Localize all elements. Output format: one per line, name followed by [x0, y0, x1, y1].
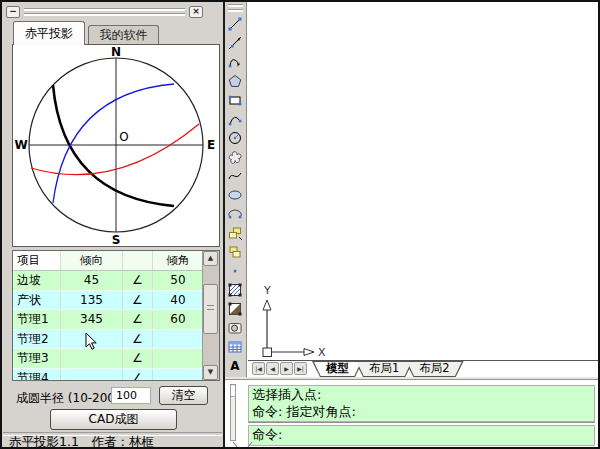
titlebar-grip[interactable] [24, 8, 185, 16]
scroll-down-icon: ▼ [208, 368, 213, 376]
first-tab-button[interactable]: |◀ [252, 362, 265, 375]
command-splitter[interactable] [248, 422, 595, 423]
header-item: 项目 [13, 251, 61, 270]
header-dip-direction: 倾向 [61, 251, 123, 270]
table-row: 节理4 ∠ [13, 369, 219, 382]
dip-angle-cell[interactable] [153, 369, 203, 382]
center-label: O [119, 130, 128, 144]
command-corner-marks [231, 442, 253, 449]
dip-direction-cell[interactable]: 45 [61, 271, 123, 290]
rectangle-icon[interactable] [225, 90, 245, 109]
tab-model-label: 模型 [326, 361, 349, 375]
tab-nav-buttons: |◀ ◀ ▶ ▶| [252, 362, 308, 375]
command-window: 选择插入点: 命令: 指定对角点: 命令: [225, 377, 598, 447]
hatch-icon[interactable] [225, 280, 245, 299]
angle-symbol: ∠ [123, 330, 153, 349]
cad-plot-button[interactable]: CAD成图 [50, 409, 177, 430]
clear-button[interactable]: 清空 [159, 386, 208, 405]
table-row: 节理3 ∠ [13, 349, 219, 369]
east-label: E [207, 138, 215, 152]
tab-label: 我的软件 [100, 28, 148, 42]
command-scrollbar[interactable] [230, 384, 236, 441]
circle-icon[interactable] [225, 128, 245, 147]
orientation-table: 项目 倾向 倾角 边坡 45 ∠ 50 产状 135 ∠ 40 节理1 345 … [12, 250, 220, 381]
polygon-icon[interactable] [225, 71, 245, 90]
tab-model[interactable]: 模型 [312, 361, 363, 377]
row-item-label: 产状 [13, 291, 61, 310]
point-icon[interactable] [225, 261, 245, 280]
last-tab-button[interactable]: ▶| [294, 362, 307, 375]
gradient-icon[interactable] [225, 299, 245, 318]
dip-angle-cell[interactable]: 50 [153, 271, 203, 290]
angle-symbol: ∠ [123, 271, 153, 290]
dip-direction-cell[interactable]: 345 [61, 310, 123, 329]
draw-toolbar: A [225, 2, 247, 377]
spline-icon[interactable] [225, 166, 245, 185]
row-item-label: 节理2 [13, 330, 61, 349]
table-row: 边坡 45 ∠ 50 [13, 271, 219, 291]
palette-titlebar[interactable]: − × [6, 5, 203, 18]
prev-tab-icon: ◀ [270, 365, 275, 372]
mtext-glyph: A [230, 359, 239, 373]
table-scrollbar[interactable]: ▲ ▼ [202, 251, 219, 380]
row-item-label: 节理4 [13, 369, 61, 382]
radius-label: 成圆半径 (10-200) [16, 390, 120, 407]
construction-line-icon[interactable] [225, 33, 245, 52]
region-icon[interactable] [225, 318, 245, 337]
dip-direction-cell[interactable] [61, 369, 123, 382]
app-window: − × 赤平投影 我的软件 N S W E O [0, 0, 600, 449]
make-block-icon[interactable] [225, 242, 245, 261]
tab-layout1[interactable]: 布局1 [355, 361, 413, 377]
command-input-line[interactable]: 命令: [248, 425, 595, 446]
row-item-label: 节理3 [13, 349, 61, 368]
dip-direction-cell[interactable]: 135 [61, 291, 123, 310]
polyline-icon[interactable] [225, 52, 245, 71]
angle-symbol: ∠ [123, 291, 153, 310]
command-prompt-text: 命令: [249, 426, 594, 443]
header-spacer [123, 251, 153, 270]
line-icon[interactable] [225, 14, 245, 33]
arc-icon[interactable] [225, 109, 245, 128]
minimize-icon: − [9, 6, 17, 16]
stereonet-svg: N S W E O [13, 45, 219, 246]
close-button[interactable]: × [189, 6, 203, 18]
row-item-label: 边坡 [13, 271, 61, 290]
dip-angle-cell[interactable] [153, 349, 203, 368]
dip-direction-cell[interactable] [61, 349, 123, 368]
west-label: W [14, 138, 27, 152]
insert-block-icon[interactable] [225, 223, 245, 242]
minimize-button[interactable]: − [6, 6, 20, 18]
table-icon[interactable] [225, 337, 245, 356]
tab-my-software[interactable]: 我的软件 [88, 25, 159, 45]
command-history-line: 命令: 指定对角点: [249, 403, 594, 420]
ucs-y-label: Y [263, 284, 271, 297]
next-tab-button[interactable]: ▶ [280, 362, 293, 375]
multiline-text-icon[interactable]: A [225, 356, 245, 375]
north-label: N [111, 45, 121, 59]
scrollbar-thumb[interactable] [203, 284, 218, 334]
tab-layout1-label: 布局1 [369, 361, 399, 375]
table-row: 节理2 ∠ [13, 330, 219, 350]
tab-label: 赤平投影 [25, 26, 73, 40]
first-tab-icon: |◀ [255, 365, 262, 372]
close-icon: × [192, 6, 200, 16]
next-tab-icon: ▶ [284, 365, 289, 372]
revision-cloud-icon[interactable] [225, 147, 245, 166]
ellipse-icon[interactable] [225, 185, 245, 204]
toolbar-grip[interactable] [228, 4, 243, 12]
cad-button-label: CAD成图 [89, 412, 139, 426]
dip-angle-cell[interactable] [153, 330, 203, 349]
dip-angle-cell[interactable]: 60 [153, 310, 203, 329]
tab-layout2-label: 布局2 [419, 361, 449, 375]
tab-layout2[interactable]: 布局2 [405, 361, 463, 377]
ellipse-arc-icon[interactable] [225, 204, 245, 223]
scroll-up-button[interactable]: ▲ [203, 251, 218, 266]
row-item-label: 节理1 [13, 310, 61, 329]
command-history: 选择插入点: 命令: 指定对角点: [248, 385, 595, 422]
dip-angle-cell[interactable]: 40 [153, 291, 203, 310]
radius-input[interactable] [111, 387, 151, 404]
scroll-down-button[interactable]: ▼ [203, 365, 218, 380]
prev-tab-button[interactable]: ◀ [266, 362, 279, 375]
tab-stereographic-projection[interactable]: 赤平投影 [13, 21, 85, 45]
last-tab-icon: ▶| [297, 365, 304, 372]
